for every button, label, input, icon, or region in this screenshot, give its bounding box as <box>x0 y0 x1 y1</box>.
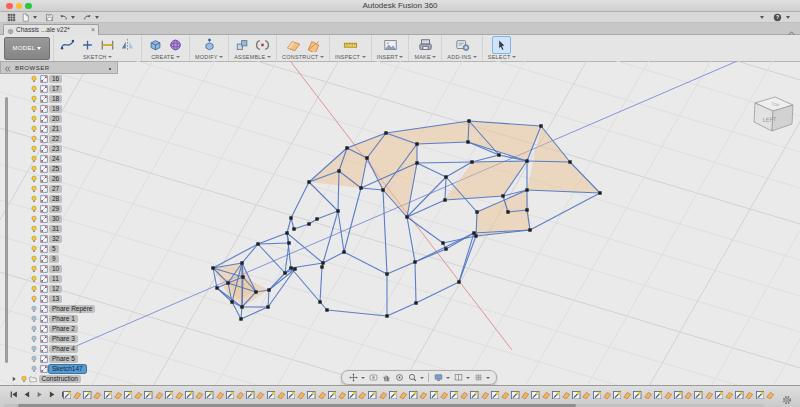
visibility-bulb-icon[interactable] <box>30 125 38 133</box>
visibility-bulb-icon[interactable] <box>30 355 38 363</box>
zoom-icon[interactable] <box>407 373 417 383</box>
browser-item-label[interactable]: 23 <box>49 145 62 154</box>
timeline-plane-feature[interactable] <box>480 390 490 401</box>
orbit-icon[interactable] <box>394 373 404 383</box>
timeline-plane-feature[interactable] <box>500 390 510 401</box>
tab-close-icon[interactable]: × <box>91 26 95 34</box>
browser-item[interactable]: Phare 1 <box>0 314 78 324</box>
browser-item-label[interactable]: Construction <box>39 375 82 384</box>
undo-icon[interactable] <box>57 12 69 22</box>
timeline-sketch-feature[interactable] <box>592 390 602 401</box>
timeline-plane-feature[interactable] <box>276 390 286 401</box>
timeline-plane-feature[interactable] <box>317 390 327 401</box>
timeline-sketch-feature[interactable] <box>653 390 663 401</box>
spline-icon[interactable] <box>59 37 76 53</box>
browser-scrollbar[interactable] <box>5 97 8 363</box>
timeline-sketch-feature[interactable] <box>286 390 296 401</box>
viewports-icon-caret[interactable] <box>466 377 470 379</box>
browser-options-icon[interactable] <box>106 59 114 77</box>
save-icon[interactable] <box>43 12 55 22</box>
browser-item-label[interactable]: Sketch147 <box>49 365 86 374</box>
browser-item[interactable]: 26 <box>0 174 62 184</box>
ribbon-group-label[interactable]: SELECT <box>488 54 516 60</box>
browser-item-label[interactable]: 25 <box>49 165 62 174</box>
visibility-bulb-icon[interactable] <box>30 185 38 193</box>
browser-item-label[interactable]: 9 <box>49 255 59 264</box>
collapse-toolbar-icon[interactable] <box>787 24 796 33</box>
undo-caret-icon[interactable] <box>71 16 75 19</box>
visibility-bulb-icon[interactable] <box>30 155 38 163</box>
visibility-bulb-icon[interactable] <box>30 165 38 173</box>
viewports-icon[interactable] <box>453 373 463 383</box>
browser-item-label[interactable]: 10 <box>49 265 62 274</box>
new-component-icon[interactable] <box>234 37 251 53</box>
visibility-bulb-icon[interactable] <box>30 195 38 203</box>
insert-image-icon[interactable] <box>382 37 399 53</box>
timeline-sketch-feature[interactable] <box>714 390 724 401</box>
timeline-sketch-feature[interactable] <box>368 390 378 401</box>
visibility-bulb-icon[interactable] <box>30 205 38 213</box>
timeline-step-forward-button[interactable] <box>48 390 57 399</box>
browser-item[interactable]: 12 <box>0 284 62 294</box>
select-cursor-icon[interactable] <box>492 36 511 54</box>
timeline-sketch-feature[interactable] <box>673 390 683 401</box>
timeline-sketch-feature[interactable] <box>62 390 72 401</box>
timeline-plane-feature[interactable] <box>643 390 653 401</box>
visibility-bulb-icon[interactable] <box>30 85 38 93</box>
browser-item[interactable]: Phare 3 <box>0 334 78 344</box>
pan-icon[interactable] <box>348 373 358 383</box>
visibility-bulb-icon[interactable] <box>30 345 38 353</box>
browser-item-label[interactable]: 11 <box>49 275 62 284</box>
print-icon[interactable] <box>417 37 434 53</box>
browser-item[interactable]: 10 <box>0 264 62 274</box>
timeline-plane-feature[interactable] <box>357 390 367 401</box>
visibility-bulb-icon[interactable] <box>30 315 38 323</box>
timeline-sketch-feature[interactable] <box>144 390 154 401</box>
timeline-plane-feature[interactable] <box>520 390 530 401</box>
browser-item[interactable]: 23 <box>0 144 62 154</box>
browser-item-label[interactable]: Phare 2 <box>49 325 78 334</box>
file-menu-caret-icon[interactable] <box>33 16 37 19</box>
visibility-bulb-icon[interactable] <box>30 245 38 253</box>
browser-item[interactable]: 32 <box>0 234 62 244</box>
ribbon-group-label[interactable]: MAKE <box>414 54 436 60</box>
press-pull-icon[interactable] <box>201 37 218 53</box>
browser-item[interactable]: 9 <box>0 254 59 264</box>
timeline-sketch-feature[interactable] <box>123 390 133 401</box>
timeline-sketch-feature[interactable] <box>245 390 255 401</box>
browser-item[interactable]: 27 <box>0 184 62 194</box>
browser-item-label[interactable]: 28 <box>49 195 62 204</box>
browser-item-label[interactable]: Phare Repère <box>49 305 95 314</box>
browser-item[interactable]: 22 <box>0 134 62 144</box>
timeline-sketch-feature[interactable] <box>633 390 643 401</box>
browser-item[interactable]: 31 <box>0 224 62 234</box>
timeline-plane-feature[interactable] <box>398 390 408 401</box>
visibility-bulb-icon[interactable] <box>30 295 38 303</box>
visibility-bulb-icon[interactable] <box>30 145 38 153</box>
browser-item-label[interactable]: 19 <box>49 105 62 114</box>
ribbon-group-label[interactable]: ADD-INS <box>447 54 477 60</box>
account-caret-icon[interactable] <box>760 16 764 19</box>
timeline-plane-feature[interactable] <box>378 390 388 401</box>
timeline-sketch-feature[interactable] <box>694 390 704 401</box>
box-icon[interactable] <box>147 37 164 53</box>
timeline-plane-feature[interactable] <box>459 390 469 401</box>
browser-item[interactable]: 24 <box>0 154 62 164</box>
visibility-bulb-icon[interactable] <box>30 115 38 123</box>
help-caret-icon[interactable] <box>786 16 790 19</box>
timeline-plane-feature[interactable] <box>724 390 734 401</box>
timeline-settings-icon[interactable] <box>782 391 792 401</box>
visibility-bulb-icon[interactable] <box>30 215 38 223</box>
visibility-bulb-icon[interactable] <box>30 135 38 143</box>
browser-item[interactable]: Phare Repère <box>0 304 95 314</box>
view-cube[interactable]: LEFT TOP <box>744 89 800 141</box>
browser-item-label[interactable]: 30 <box>49 215 62 224</box>
workspace-selector[interactable]: MODEL <box>4 37 50 60</box>
browser-item[interactable]: Construction <box>0 374 81 384</box>
browser-item-label[interactable]: 13 <box>49 295 62 304</box>
timeline-plane-feature[interactable] <box>419 390 429 401</box>
visibility-bulb-icon[interactable] <box>30 255 38 263</box>
display-settings-icon-caret[interactable] <box>446 377 450 379</box>
timeline-plane-feature[interactable] <box>194 390 204 401</box>
pan-icon-caret[interactable] <box>361 377 365 379</box>
